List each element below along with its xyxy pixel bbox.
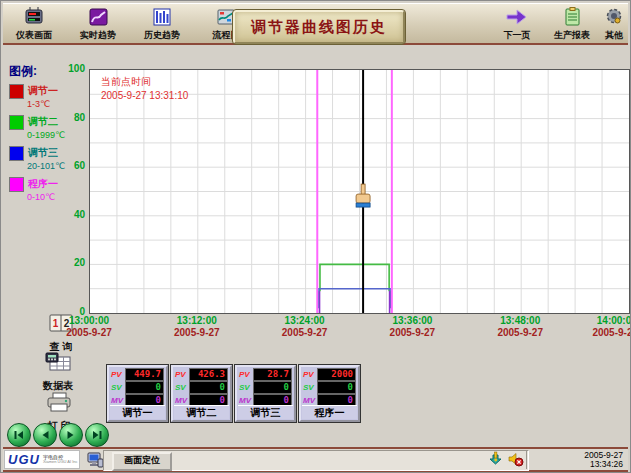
sv-value: 0 [125,381,164,394]
legend-item-程序一: 程序一0-10℃ [9,177,89,203]
computer-icon[interactable] [86,451,104,469]
panel-name-button[interactable]: 程序一 [302,405,357,419]
pv-label: PV [303,370,317,379]
misc-gear-icon [597,7,631,28]
vendor-logo: UGU 宇电自控 Xiamen UGU AI Inc [4,450,80,469]
panel-name-button[interactable]: 调节三 [238,405,293,419]
pv-row: PV449.7 [111,368,164,380]
sv-label: SV [175,383,189,392]
legend-swatch [9,115,24,130]
x-axis-date-label: 2005-9-27 [592,327,631,338]
x-axis-time-label: 13:36:00 [392,315,432,326]
legend-item-range: 0-10℃ [27,192,89,203]
legend-item-name: 调节三 [28,146,58,159]
legend-items: 调节一1-3℃调节二0-1999℃调节三20-101℃程序一0-10℃ [9,84,89,203]
toolbar-button-label: 仪表画面 [5,29,63,42]
legend-item-name: 程序一 [28,177,58,190]
first-page-button[interactable] [7,423,31,447]
sv-row: SV0 [303,381,356,393]
controller-panel-程序一: PV2000SV0MV0程序一 [299,365,360,422]
cursor-time-annotation: 当前点时间 2005-9-27 13:31:10 [101,75,188,103]
next-page-arrow-icon [491,7,543,28]
skip-to-end-icon [91,429,103,441]
sv-row: SV0 [111,381,164,393]
pv-row: PV2000 [303,368,356,380]
prev-page-button[interactable] [33,423,57,447]
sv-label: SV [111,383,125,392]
x-axis-date-label: 2005-9-27 [390,327,436,338]
top-toolbar: 仪表画面 实时趋势 历史趋势 流程图 调节器曲线图历史 [3,3,628,45]
chart-legend: 图例: 调节一1-3℃调节二0-1999℃调节三20-101℃程序一0-10℃ [9,63,89,208]
x-axis-time-label: 13:24:00 [285,315,325,326]
speaker-muted-icon[interactable] [507,451,524,468]
hmi-window: 仪表画面 实时趋势 历史趋势 流程图 调节器曲线图历史 [0,0,631,473]
instrument-screen-button[interactable]: 仪表画面 [5,7,63,43]
skip-to-start-icon [13,429,25,441]
legend-swatch [9,177,24,192]
svg-text:1: 1 [53,318,59,329]
legend-item-range: 1-3℃ [27,99,89,110]
logo-text: UGU [8,452,40,467]
controller-panel-调节一: PV449.7SV0MV0调节一 [107,365,168,422]
x-axis-date-label: 2005-9-27 [497,327,543,338]
data-table-icon [44,351,72,373]
sv-label: SV [239,383,253,392]
misc-button[interactable]: 其他 [597,7,631,43]
mv-label: MV [175,396,189,405]
hand-cursor-icon[interactable] [356,184,370,207]
series-调节三 [319,289,390,308]
toolbar-button-label: 历史趋势 [133,29,191,42]
page-title-plaque: 调节器曲线图历史 [233,10,405,44]
next-page-button-toolbar[interactable]: 下一页 [491,7,543,43]
printer-icon [45,391,73,413]
sv-value: 0 [317,381,356,394]
pv-value: 2000 [317,368,356,381]
pv-value: 28.7 [253,368,292,381]
legend-item-name: 调节一 [28,84,58,97]
x-axis-date-label: 2005-9-27 [174,327,220,338]
x-axis-time-label: 14:00:00 [597,315,631,326]
production-report-button[interactable]: 生产报表 [545,7,599,43]
pv-row: PV28.7 [239,368,292,380]
last-page-button[interactable] [85,423,109,447]
legend-item-调节一: 调节一1-3℃ [9,84,89,110]
sv-value: 0 [253,381,292,394]
mv-label: MV [239,396,253,405]
data-table-tool-button[interactable]: 数据表 [30,351,86,393]
toolbar-button-label: 其他 [597,29,631,42]
pv-label: PV [175,370,189,379]
alarm-download-icon[interactable] [487,451,504,468]
y-axis-tick-label: 80 [49,112,85,123]
production-report-icon [545,7,599,28]
annotation-value: 2005-9-27 13:31:10 [101,89,188,103]
screen-locate-button[interactable]: 画面定位 [112,452,172,471]
legend-item-range: 0-1999℃ [27,130,89,141]
sv-label: SV [303,383,317,392]
x-axis-time-label: 13:00:00 [69,315,109,326]
status-time: 13:34:26 [584,460,623,469]
x-axis-date-label: 2005-9-27 [66,327,112,338]
instrument-screen-icon [5,7,63,28]
sv-row: SV0 [175,381,228,393]
legend-swatch [9,146,24,161]
x-axis-time-label: 13:48:00 [500,315,540,326]
chart-canvas[interactable] [90,70,629,313]
panel-name-button[interactable]: 调节二 [174,405,229,419]
taskbar-strip: 画面定位 [103,450,529,471]
pv-row: PV426.3 [175,368,228,380]
y-axis-tick-label: 40 [49,209,85,220]
pv-label: PV [111,370,125,379]
panel-name-button[interactable]: 调节一 [110,405,165,419]
next-page-button[interactable] [59,423,83,447]
realtime-trend-button[interactable]: 实时趋势 [69,7,127,43]
y-axis-tick-label: 20 [49,257,85,268]
tray-icons [487,451,524,468]
chart-plot-area[interactable] [89,69,630,314]
controller-panel-调节三: PV28.7SV0MV0调节三 [235,365,296,422]
mv-label: MV [111,396,125,405]
page-title: 调节器曲线图历史 [251,18,387,37]
sv-row: SV0 [239,381,292,393]
toolbar-button-label: 生产报表 [545,29,599,42]
main-area: 图例: 调节一1-3℃调节二0-1999℃调节三20-101℃程序一0-10℃ … [3,45,628,445]
history-trend-button[interactable]: 历史趋势 [133,7,191,43]
